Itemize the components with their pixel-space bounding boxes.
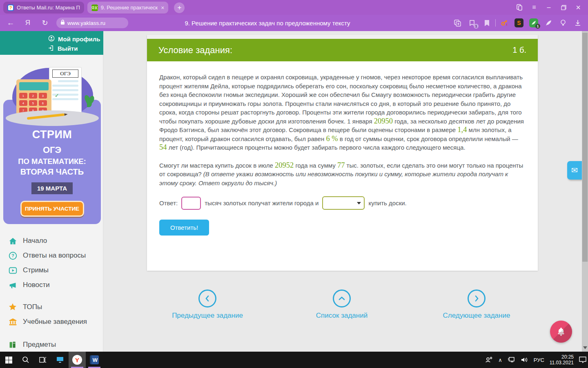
- yandex-browser-icon: Y: [72, 355, 82, 365]
- answer-label: Ответ:: [159, 199, 178, 208]
- toolbar-divider: [495, 19, 496, 27]
- calc-key: 1: [19, 93, 27, 99]
- volume-icon[interactable]: [521, 357, 528, 363]
- task-view-icon[interactable]: [34, 352, 51, 368]
- plant-illustration: [84, 95, 96, 113]
- profile-block: Мой профиль Выйти: [0, 31, 103, 55]
- task-points: 1 б.: [512, 45, 526, 55]
- envelope-icon: ✉: [571, 166, 578, 175]
- new-window-icon[interactable]: [451, 17, 463, 29]
- collections-icon[interactable]: 1: [466, 17, 478, 29]
- chevron-left-icon: [198, 289, 216, 307]
- shield-badge: 1: [535, 24, 540, 29]
- vertical-scrollbar[interactable]: [582, 31, 588, 352]
- start-button[interactable]: [0, 352, 17, 368]
- task-card: Условие задания: 1 б. Дракон, который си…: [147, 35, 538, 271]
- clock[interactable]: 20:25 11.03.2021: [550, 354, 574, 366]
- play-video-icon: [8, 266, 17, 275]
- tab-panels-icon[interactable]: [512, 0, 527, 15]
- display-monitor-icon[interactable]: [51, 352, 69, 368]
- notifications-bell-button[interactable]: [550, 321, 572, 343]
- next-task-link[interactable]: Следующее задание: [428, 289, 526, 320]
- clock-date: 11.03.2021: [550, 360, 574, 366]
- svg-text:!: !: [506, 23, 508, 27]
- sidebar-item-label: Ответы на вопросы: [23, 251, 86, 260]
- sidebar-item-label: Стримы: [23, 266, 49, 274]
- answer-row: Ответ: тысяч золотых получат жители горо…: [159, 196, 526, 210]
- logout-link[interactable]: Выйти: [48, 44, 103, 53]
- task-list-label: Список заданий: [316, 312, 368, 320]
- sidebar-item-tops[interactable]: ТОПы: [0, 300, 103, 314]
- banner-line3: ВТОРАЯ ЧАСТЬ: [3, 167, 101, 177]
- banner-title: СТРИМ: [3, 128, 101, 141]
- taskbar-word[interactable]: W: [86, 352, 103, 368]
- sidebar-item-label: Начало: [23, 237, 47, 245]
- join-stream-button[interactable]: ПРИНЯТЬ УЧАСТИЕ: [20, 201, 84, 217]
- sidebar-item-label: Предметы: [23, 341, 56, 349]
- answer-middle-text: тысяч золотых получат жители города и: [205, 199, 318, 208]
- sidebar-item-answers[interactable]: ? Ответы на вопросы: [0, 249, 103, 263]
- network-icon[interactable]: [508, 357, 515, 363]
- tab-title: Ответы Mail.ru: Марина П: [17, 4, 80, 11]
- tab-yaklass-task[interactable]: ЯК 9. Решение практическ ×: [87, 2, 169, 13]
- task-body: Дракон, который сидел в пещере и охранял…: [147, 61, 538, 236]
- submit-answer-button[interactable]: Ответить!: [159, 220, 209, 236]
- oge-pad-illustration: ОГЭ ✓: [49, 67, 82, 113]
- lightbulb-icon[interactable]: [557, 17, 569, 29]
- sidebar-item-streams[interactable]: Стримы: [0, 263, 103, 277]
- browser-tabbar: ? Ответы Mail.ru: Марина П ЯК 9. Решение…: [0, 0, 588, 15]
- calc-key: 5: [29, 100, 37, 106]
- home-icon: [8, 236, 17, 245]
- language-indicator[interactable]: РУС: [534, 357, 544, 363]
- system-tray: ∧ РУС 20:25 11.03.2021: [485, 352, 586, 368]
- sidebar-item-label: ТОПы: [23, 303, 42, 311]
- s-extension-icon[interactable]: S: [513, 17, 525, 29]
- browser-menu-icon[interactable]: ≡: [527, 0, 541, 15]
- sidebar-item-institutions[interactable]: Учебные заведения: [0, 315, 103, 329]
- people-icon[interactable]: [485, 357, 493, 363]
- bookmark-icon[interactable]: [481, 17, 493, 29]
- yaklass-icon: ЯК: [91, 4, 98, 11]
- tab-close-icon[interactable]: ×: [161, 4, 164, 11]
- answer-select[interactable]: [322, 196, 365, 210]
- logout-icon: [48, 45, 54, 52]
- profile-link[interactable]: Мой профиль: [48, 34, 103, 44]
- mailru-answers-icon: ?: [7, 4, 14, 11]
- oge-pad-title: ОГЭ: [52, 70, 78, 78]
- star-icon: [8, 303, 17, 312]
- download-icon[interactable]: [572, 17, 584, 29]
- scrollbar-thumb[interactable]: [582, 33, 588, 262]
- taskbar-yandex-browser[interactable]: Y: [69, 352, 86, 368]
- bank-icon: [8, 317, 17, 326]
- user-icon: [48, 35, 55, 43]
- password-key-icon[interactable]: !: [498, 17, 510, 29]
- search-icon[interactable]: [17, 352, 34, 368]
- action-center-icon[interactable]: [579, 357, 586, 363]
- books-icon: [8, 340, 17, 349]
- task-list-link[interactable]: Список заданий: [293, 289, 391, 320]
- maximize-icon[interactable]: [556, 0, 571, 15]
- tab-mailru-answers[interactable]: ? Ответы Mail.ru: Марина П: [3, 2, 84, 13]
- answer-select-wrap: [322, 196, 365, 210]
- banner-line2: ПО МАТЕМАТИКЕ:: [3, 157, 101, 166]
- sidebar-item-home[interactable]: Начало: [0, 234, 103, 248]
- sidebar-item-subjects[interactable]: Предметы: [0, 338, 103, 352]
- tray-chevron-icon[interactable]: ∧: [498, 357, 502, 363]
- feather-icon[interactable]: [542, 17, 555, 29]
- close-icon[interactable]: ×: [571, 0, 586, 15]
- new-tab-button[interactable]: +: [174, 2, 185, 13]
- card-top-strip: [147, 35, 538, 39]
- chevron-up-icon: [333, 289, 351, 307]
- answer-input[interactable]: [181, 197, 201, 210]
- stream-banner[interactable]: ОГЭ ✓ 1 2 3 4: [3, 63, 101, 224]
- word-icon: W: [90, 355, 99, 364]
- question-icon: ?: [8, 251, 17, 260]
- scrollbar-down-arrow[interactable]: [583, 346, 587, 349]
- previous-task-link[interactable]: Предыдущее задание: [158, 289, 256, 320]
- sidebar-item-news[interactable]: Новости: [0, 278, 103, 292]
- minimize-icon[interactable]: –: [541, 0, 556, 15]
- banner-line1: ОГЭ: [3, 145, 101, 155]
- shield-extension-icon[interactable]: 1: [528, 17, 540, 29]
- svg-text:?: ?: [11, 253, 14, 258]
- feedback-envelope-tab[interactable]: ✉: [567, 161, 582, 180]
